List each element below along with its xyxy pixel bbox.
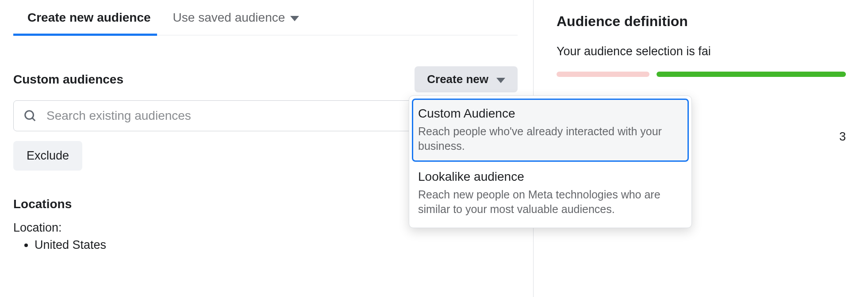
tab-label: Use saved audience: [173, 11, 285, 25]
create-new-label: Create new: [427, 72, 488, 86]
menu-item-custom-audience[interactable]: Custom Audience Reach people who've alre…: [412, 99, 689, 162]
custom-audiences-title: Custom audiences: [13, 72, 123, 87]
caret-down-icon: [290, 16, 299, 21]
exclude-label: Exclude: [27, 149, 69, 162]
caret-down-icon: [496, 78, 505, 83]
menu-item-title: Custom Audience: [418, 107, 683, 121]
exclude-button[interactable]: Exclude: [13, 141, 82, 171]
svg-line-1: [32, 118, 35, 121]
tab-use-saved-audience[interactable]: Use saved audience: [173, 0, 300, 35]
menu-item-desc: Reach people who've already interacted w…: [418, 124, 683, 153]
audience-definition-title: Audience definition: [557, 13, 846, 30]
audience-gauge: [557, 72, 846, 77]
list-item: United States: [35, 238, 518, 252]
gauge-segment-specific: [557, 72, 649, 77]
menu-item-desc: Reach new people on Meta technologies wh…: [418, 187, 683, 216]
menu-item-title: Lookalike audience: [418, 170, 683, 184]
create-new-dropdown: Custom Audience Reach people who've alre…: [409, 95, 692, 228]
audience-definition-desc: Your audience selection is fai: [557, 45, 846, 58]
tab-create-new-audience[interactable]: Create new audience: [27, 0, 151, 35]
gauge-segment-broad: [657, 72, 846, 77]
tabs-row: Create new audience Use saved audience: [13, 0, 518, 35]
tab-label: Create new audience: [27, 11, 151, 25]
create-new-button[interactable]: Create new: [415, 66, 518, 92]
menu-item-lookalike-audience[interactable]: Lookalike audience Reach new people on M…: [412, 162, 689, 225]
svg-point-0: [25, 111, 34, 119]
custom-audiences-header: Custom audiences Create new: [13, 66, 518, 92]
location-list: United States: [13, 238, 518, 252]
search-icon: [23, 109, 37, 122]
